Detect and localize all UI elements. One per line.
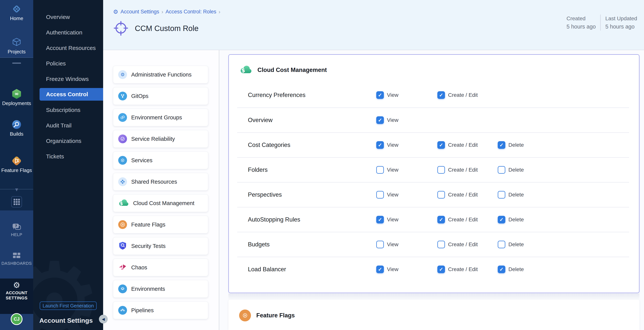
delete-checkbox[interactable]: ✓ — [498, 266, 505, 273]
feature-flags-card: Feature Flags — [228, 300, 640, 330]
resource-item-pipelines[interactable]: Pipelines — [113, 301, 208, 319]
create-edit-checkbox[interactable]: ✓ — [437, 141, 445, 149]
sidebar-item-policies[interactable]: Policies — [33, 56, 103, 71]
permission-name: Perspectives — [237, 191, 282, 198]
permission-row-perspectives: PerspectivesViewCreate / EditDelete — [237, 182, 629, 207]
create-edit-checkbox[interactable]: ✓ — [437, 216, 445, 223]
resource-item-label: Services — [131, 157, 152, 163]
sidebar-item-subscriptions[interactable]: Subscriptions — [33, 102, 103, 118]
breadcrumb-link-account-settings[interactable]: Account Settings — [120, 9, 159, 15]
resource-item-shared-resources[interactable]: Shared Resources — [113, 173, 208, 191]
module-grid-button[interactable] — [11, 196, 22, 207]
chevron-down-icon[interactable]: ▼ — [0, 187, 33, 193]
checkbox-label: Create / Edit — [448, 241, 478, 248]
delete-checkbox[interactable]: ✓ — [498, 216, 505, 223]
resource-item-service-reliability[interactable]: Service Reliability — [113, 130, 208, 148]
resource-item-services[interactable]: Services — [113, 151, 208, 169]
create-edit-checkbox[interactable] — [437, 191, 445, 199]
sidebar-item-overview[interactable]: Overview — [33, 9, 103, 25]
resource-item-label: Shared Resources — [131, 179, 177, 185]
resource-item-label: Feature Flags — [131, 222, 166, 228]
resource-item-security-tests[interactable]: Security Tests — [113, 237, 208, 255]
meta-block: Created 5 hours ago Last Updated 5 hours… — [566, 15, 637, 31]
delete-checkbox[interactable] — [498, 191, 505, 199]
create-edit-permission: ✓Create / Edit — [437, 91, 478, 99]
create-edit-checkbox[interactable]: ✓ — [437, 91, 445, 99]
checkbox-label: Create / Edit — [448, 167, 478, 173]
home-icon — [11, 4, 22, 15]
sidebar-item-organizations[interactable]: Organizations — [33, 133, 103, 149]
resource-item-cloud-cost-management[interactable]: $Cloud Cost Management — [113, 194, 208, 212]
rail-item-label: Projects — [8, 49, 26, 55]
resource-item-label: Chaos — [131, 264, 147, 271]
help-icon: ? — [12, 223, 21, 232]
sidebar-item-account-resources[interactable]: Account Resources — [33, 40, 103, 56]
permission-name: Cost Categories — [237, 141, 290, 148]
rail-item-help[interactable]: ?HELP — [0, 223, 33, 237]
sidebar-item-authentication[interactable]: Authentication — [33, 25, 103, 40]
last-updated-value: 5 hours ago — [605, 23, 637, 31]
sidebar-item-tickets[interactable]: Tickets — [33, 149, 103, 164]
checkbox-label: Delete — [508, 192, 524, 198]
view-checkbox[interactable]: ✓ — [376, 91, 384, 99]
account-settings-label-line1[interactable]: ACCOUNT — [0, 290, 33, 295]
create-edit-checkbox[interactable] — [437, 241, 445, 248]
view-checkbox[interactable] — [376, 166, 384, 174]
rail-item-feature-flags[interactable]: Feature Flags — [0, 155, 33, 173]
create-edit-checkbox[interactable]: ✓ — [437, 266, 445, 273]
delete-checkbox[interactable]: ✓ — [498, 141, 505, 149]
rail-item-builds[interactable]: Builds — [0, 119, 33, 137]
rail-item-label: Deployments — [2, 100, 31, 106]
checkbox-label: View — [387, 217, 398, 223]
sidebar-item-access-control[interactable]: Access Control — [40, 88, 103, 101]
sidebar-item-freeze-windows[interactable]: Freeze Windows — [33, 71, 103, 87]
svg-text:∞: ∞ — [14, 91, 19, 97]
resource-item-feature-flags[interactable]: Feature Flags — [113, 216, 208, 233]
view-checkbox[interactable]: ✓ — [376, 266, 384, 273]
create-edit-permission: ✓Create / Edit — [437, 141, 478, 149]
permission-row-cost-categories: Cost Categories✓View✓Create / Edit✓Delet… — [237, 132, 629, 157]
view-checkbox[interactable]: ✓ — [376, 216, 384, 223]
resource-item-label: Service Reliability — [131, 136, 175, 142]
create-edit-permission: ✓Create / Edit — [437, 216, 478, 223]
sidebar-title: Account Settings — [39, 317, 93, 324]
view-checkbox[interactable] — [376, 241, 384, 248]
sidebar-item-audit-trail[interactable]: Audit Trail — [33, 118, 103, 133]
permission-name: AutoStopping Rules — [237, 216, 300, 223]
view-checkbox[interactable]: ✓ — [376, 116, 384, 124]
permission-row-currency-preferences: Currency Preferences✓View✓Create / Edit — [237, 83, 629, 107]
breadcrumb-link-roles[interactable]: Access Control: Roles — [166, 9, 216, 15]
rail-item-deployments[interactable]: ∞Deployments — [0, 88, 33, 106]
delete-checkbox[interactable] — [498, 241, 505, 248]
environments-icon — [118, 284, 127, 293]
section-header: $ Cloud Cost Management — [229, 55, 639, 83]
delete-permission: ✓Delete — [498, 266, 524, 273]
resource-item-chaos[interactable]: Chaos — [113, 259, 208, 276]
launch-first-generation-button[interactable]: Launch First Generation — [40, 301, 97, 310]
resource-item-environments[interactable]: Environments — [113, 280, 208, 298]
account-settings-label-line2[interactable]: SETTINGS — [0, 295, 33, 300]
dashboards-icon — [12, 251, 21, 260]
avatar[interactable]: CJ — [11, 313, 22, 325]
rail-item-dashboards[interactable]: DASHBOARDS — [0, 251, 33, 266]
resource-item-administrative-functions[interactable]: ⚙Administrative Functions — [113, 66, 208, 83]
checkbox-label: View — [387, 192, 398, 198]
resource-item-gitops[interactable]: GitOps — [113, 87, 208, 105]
view-checkbox[interactable]: ✓ — [376, 141, 384, 149]
create-edit-permission: Create / Edit — [437, 191, 478, 199]
grid-icon — [14, 199, 20, 205]
create-edit-permission: Create / Edit — [437, 241, 478, 248]
view-checkbox[interactable] — [376, 191, 384, 199]
permission-name: Load Balancer — [237, 266, 286, 273]
create-edit-checkbox[interactable] — [437, 166, 445, 174]
resource-item-environment-groups[interactable]: Environment Groups — [113, 109, 208, 126]
deployments-icon: ∞ — [11, 88, 22, 99]
ccm-icon: $ — [118, 199, 129, 208]
delete-checkbox[interactable] — [498, 166, 505, 174]
sidebar-collapse-button[interactable]: ◀ — [99, 315, 108, 323]
rail-item-home[interactable]: Home — [0, 4, 33, 22]
rail-item-projects[interactable]: Projects — [0, 37, 33, 55]
svg-text:?: ? — [15, 224, 17, 228]
delete-permission: Delete — [498, 166, 524, 174]
permission-row-autostopping-rules: AutoStopping Rules✓View✓Create / Edit✓De… — [237, 207, 629, 232]
